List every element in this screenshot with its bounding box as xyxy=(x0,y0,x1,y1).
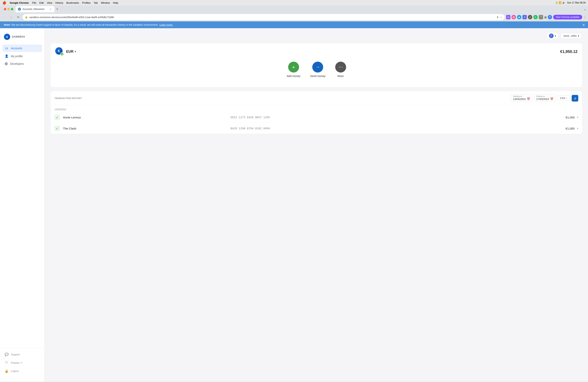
minimize-button[interactable] xyxy=(7,8,10,10)
tab-bar-top: M Accounts | Monerium ✕ + ⌄ xyxy=(0,5,588,13)
send-money-label: Send money xyxy=(310,74,326,78)
sidebar-item-logout[interactable]: 🔒 Logout xyxy=(2,367,42,375)
new-chrome-button[interactable]: New Chrome available xyxy=(553,15,582,20)
tab-close-button[interactable]: ✕ xyxy=(49,8,52,11)
menubar: 🍎 Google Chrome File Edit View History B… xyxy=(0,0,588,5)
chrome-menu-icon[interactable]: ⋮ xyxy=(583,15,587,19)
table-row[interactable]: ↙ The Clash BA39 1290 0794 0102 8494 €1,… xyxy=(51,123,582,134)
developers-icon xyxy=(5,62,8,65)
menu-file[interactable]: File xyxy=(32,1,36,4)
menu-profiles[interactable]: Profiles xyxy=(82,1,90,4)
send-money-icon: → xyxy=(312,62,323,73)
starting-on-label: Starting on xyxy=(513,95,530,97)
account-balance: €1,950.12 xyxy=(560,49,578,54)
menu-history[interactable]: History xyxy=(55,1,63,4)
calendar-start-icon: 📅 xyxy=(527,97,530,101)
ending-on-picker[interactable]: Ending on 17/03/2024 📅 xyxy=(534,94,556,102)
policies-label: Policies ↗ xyxy=(11,361,22,364)
sidebar-bottom-links: 💬 Support 🛡 Policies ↗ 🔒 Logout xyxy=(2,351,42,375)
forward-button[interactable]: › xyxy=(9,14,14,20)
starting-on-picker[interactable]: Starting on 13/03/2024 📅 xyxy=(511,94,532,102)
transaction-section: TRANSACTION HISTORY Starting on 13/03/20… xyxy=(51,91,582,134)
sidebar: ◈ SANDBOX 🗂 Accounts 👤 My profile Develo… xyxy=(0,28,45,382)
browser-tab[interactable]: M Accounts | Monerium ✕ xyxy=(16,6,54,12)
brand-icon: ◈ xyxy=(4,34,10,40)
sidebar-item-accounts[interactable]: 🗂 Accounts xyxy=(2,44,42,52)
tx-amount-0: €1,000 xyxy=(566,116,575,119)
browser-toolbar-right: M 🌸 ◉ A ⚡ K 🧩 ▦ P New Chrome available ⋮ xyxy=(506,15,587,20)
sidebar-item-developers[interactable]: Developers xyxy=(2,60,42,67)
table-row[interactable]: ↙ Annie Lennox EE52 1273 8426 8857 1285 … xyxy=(51,112,582,123)
reload-button[interactable]: ↻ xyxy=(16,14,21,20)
wallet-selector[interactable]: 0x43...2691 ▾ xyxy=(561,33,582,39)
account-card: € ◆ EUR ▾ €1,950.12 + xyxy=(51,43,582,87)
extensions-puzzle[interactable]: 🧩 xyxy=(539,15,543,19)
menubar-right: 🔋 📶 🔊 Sun 17 Mar 08:34 xyxy=(555,1,586,4)
clock: Sun 17 Mar 08:34 xyxy=(567,1,586,4)
menu-view[interactable]: View xyxy=(47,1,52,4)
eth-selector[interactable]: Ξ ▾ xyxy=(546,32,559,40)
share-icon[interactable]: ⬆ xyxy=(497,16,499,19)
extension-icon-2[interactable]: 🌸 xyxy=(512,15,516,19)
tx-incoming-icon-0: ↙ xyxy=(54,115,60,120)
eth-chevron: ▾ xyxy=(555,34,556,37)
profile-icon[interactable]: P xyxy=(548,15,552,19)
banner-learn-more[interactable]: Learn more. xyxy=(159,23,173,26)
print-icon: 🖨 xyxy=(574,97,576,100)
browser-frame: M Accounts | Monerium ✕ + ⌄ ‹ › ↻ 🔒 sand… xyxy=(0,5,588,382)
sidebar-brand: ◈ SANDBOX xyxy=(0,32,44,44)
new-tab-button[interactable]: + xyxy=(54,6,60,12)
sidebar-toggle-icon[interactable]: ▦ xyxy=(544,16,546,19)
menu-tab[interactable]: Tab xyxy=(94,1,98,4)
traffic-lights xyxy=(1,7,16,11)
extension-icon-bt[interactable]: ⚡ xyxy=(528,15,532,19)
sidebar-item-policies[interactable]: 🛡 Policies ↗ xyxy=(2,359,42,366)
currency-selector[interactable]: € ◆ EUR ▾ xyxy=(55,47,76,56)
maximize-button[interactable] xyxy=(11,8,13,10)
support-label: Support xyxy=(11,353,20,356)
eur-icon: € ◆ xyxy=(55,47,64,56)
more-label: More xyxy=(337,74,344,78)
tab-bar-right: ⌄ xyxy=(584,7,587,11)
extension-icon-5[interactable]: K xyxy=(533,15,538,19)
profile-nav-icon: 👤 xyxy=(5,54,9,58)
extension-icon-4[interactable]: A xyxy=(523,15,527,19)
send-money-button[interactable]: → Send money xyxy=(310,62,326,78)
menu-bookmarks[interactable]: Bookmarks xyxy=(66,1,79,4)
csv-button[interactable]: CSV ↓ xyxy=(557,95,570,101)
ending-on-label: Ending on xyxy=(536,95,553,97)
lock-icon: 🔒 xyxy=(25,16,28,19)
wallet-chevron: ▾ xyxy=(578,34,579,37)
currency-chevron: ▾ xyxy=(75,50,76,53)
developers-label: Developers xyxy=(10,62,24,65)
close-button[interactable] xyxy=(4,8,6,10)
tab-title: Accounts | Monerium xyxy=(22,8,47,11)
print-button[interactable]: 🖨 xyxy=(572,95,578,102)
policies-icon: 🛡 xyxy=(5,361,9,364)
apple-menu[interactable]: 🍎 xyxy=(2,1,6,5)
app-layout: ◈ SANDBOX 🗂 Accounts 👤 My profile Develo… xyxy=(0,28,588,382)
menu-items: File Edit View History Bookmarks Profile… xyxy=(32,1,118,4)
sidebar-item-my-profile[interactable]: 👤 My profile xyxy=(2,52,42,60)
address-text: sandbox.monerium.dev/accounts/05ed4af9-e… xyxy=(29,16,495,19)
more-button[interactable]: ⋯ More xyxy=(335,62,346,78)
tx-name-0: Annie Lennox xyxy=(63,116,231,119)
extension-icon-1[interactable]: M xyxy=(506,15,510,19)
menu-edit[interactable]: Edit xyxy=(39,1,43,4)
address-bar-row: ‹ › ↻ 🔒 sandbox.monerium.dev/accounts/05… xyxy=(0,13,588,21)
ending-on-value: 17/03/2024 xyxy=(536,98,549,101)
logout-label: Logout xyxy=(11,370,19,372)
banner-close-button[interactable]: ✕ xyxy=(582,23,585,27)
address-bar[interactable]: 🔒 sandbox.monerium.dev/accounts/05ed4af9… xyxy=(22,14,504,20)
bookmark-icon[interactable]: ☆ xyxy=(500,16,502,19)
menu-help[interactable]: Help xyxy=(113,1,118,4)
tab-list-icon[interactable]: ⌄ xyxy=(584,7,587,11)
menu-window[interactable]: Window xyxy=(101,1,110,4)
extension-icon-3[interactable]: ◉ xyxy=(517,15,521,19)
back-button[interactable]: ‹ xyxy=(1,14,7,20)
more-icon: ⋯ xyxy=(335,62,346,73)
eur-badge: ◆ xyxy=(60,52,64,56)
currency-code: EUR xyxy=(66,50,74,54)
sidebar-item-support[interactable]: 💬 Support xyxy=(2,351,42,358)
add-money-button[interactable]: + Add money xyxy=(287,62,300,78)
